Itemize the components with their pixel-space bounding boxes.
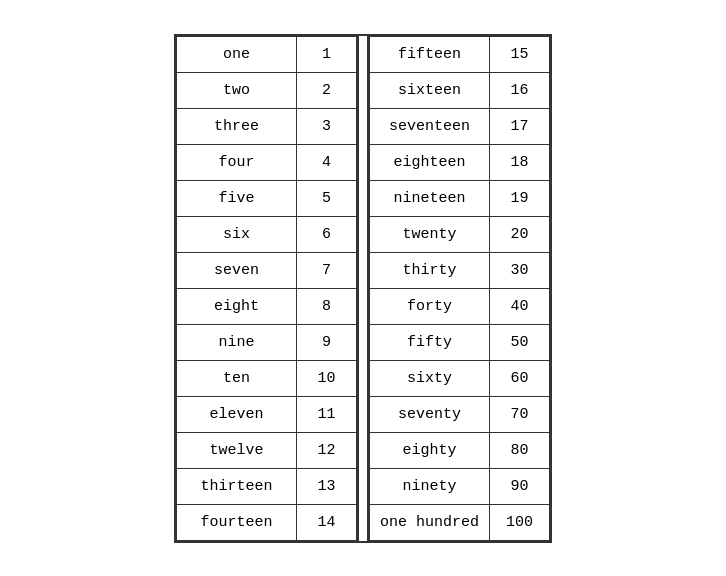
word-cell: thirteen: [176, 468, 296, 504]
word-cell: twenty: [369, 216, 489, 252]
table-row: eighty80: [369, 432, 549, 468]
word-cell: eleven: [176, 396, 296, 432]
number-cell: 20: [490, 216, 550, 252]
table-row: ninety90: [369, 468, 549, 504]
table-row: five5: [176, 180, 356, 216]
word-cell: one hundred: [369, 504, 489, 540]
word-cell: sixteen: [369, 72, 489, 108]
word-cell: fifteen: [369, 36, 489, 72]
number-cell: 2: [296, 72, 356, 108]
table-row: seven7: [176, 252, 356, 288]
number-cell: 14: [296, 504, 356, 540]
word-cell: nineteen: [369, 180, 489, 216]
word-cell: seventy: [369, 396, 489, 432]
number-cell: 60: [490, 360, 550, 396]
number-cell: 19: [490, 180, 550, 216]
word-cell: fifty: [369, 324, 489, 360]
table-row: four4: [176, 144, 356, 180]
table-row: fifty50: [369, 324, 549, 360]
word-cell: five: [176, 180, 296, 216]
word-cell: seven: [176, 252, 296, 288]
word-cell: thirty: [369, 252, 489, 288]
table-row: nineteen19: [369, 180, 549, 216]
number-cell: 7: [296, 252, 356, 288]
number-cell: 5: [296, 180, 356, 216]
table-row: three3: [176, 108, 356, 144]
table-row: sixteen16: [369, 72, 549, 108]
number-cell: 17: [490, 108, 550, 144]
table-row: seventy70: [369, 396, 549, 432]
table-row: nine9: [176, 324, 356, 360]
number-cell: 13: [296, 468, 356, 504]
word-cell: twelve: [176, 432, 296, 468]
table-row: fourteen14: [176, 504, 356, 540]
table-row: sixty60: [369, 360, 549, 396]
table-row: one hundred100: [369, 504, 549, 540]
word-cell: two: [176, 72, 296, 108]
table-row: twenty20: [369, 216, 549, 252]
table-row: seventeen17: [369, 108, 549, 144]
number-cell: 3: [296, 108, 356, 144]
word-cell: eighty: [369, 432, 489, 468]
number-cell: 18: [490, 144, 550, 180]
number-cell: 9: [296, 324, 356, 360]
number-cell: 10: [296, 360, 356, 396]
number-cell: 100: [490, 504, 550, 540]
word-cell: seventeen: [369, 108, 489, 144]
number-cell: 30: [490, 252, 550, 288]
word-cell: eighteen: [369, 144, 489, 180]
right-table: fifteen15sixteen16seventeen17eighteen18n…: [369, 36, 550, 541]
table-row: twelve12: [176, 432, 356, 468]
word-cell: nine: [176, 324, 296, 360]
table-row: six6: [176, 216, 356, 252]
number-cell: 6: [296, 216, 356, 252]
word-cell: six: [176, 216, 296, 252]
number-cell: 70: [490, 396, 550, 432]
table-row: eighteen18: [369, 144, 549, 180]
word-cell: four: [176, 144, 296, 180]
word-cell: fourteen: [176, 504, 296, 540]
word-cell: forty: [369, 288, 489, 324]
number-cell: 11: [296, 396, 356, 432]
word-cell: eight: [176, 288, 296, 324]
table-spacer: [357, 36, 369, 541]
word-cell: ninety: [369, 468, 489, 504]
table-row: eight8: [176, 288, 356, 324]
table-row: fifteen15: [369, 36, 549, 72]
number-cell: 80: [490, 432, 550, 468]
number-cell: 16: [490, 72, 550, 108]
number-cell: 50: [490, 324, 550, 360]
word-cell: one: [176, 36, 296, 72]
table-row: forty40: [369, 288, 549, 324]
word-cell: sixty: [369, 360, 489, 396]
left-table: one1two2three3four4five5six6seven7eight8…: [176, 36, 357, 541]
table-row: thirteen13: [176, 468, 356, 504]
number-cell: 12: [296, 432, 356, 468]
table-row: ten10: [176, 360, 356, 396]
word-cell: ten: [176, 360, 296, 396]
table-row: two2: [176, 72, 356, 108]
word-cell: three: [176, 108, 296, 144]
main-container: one1two2three3four4five5six6seven7eight8…: [174, 34, 552, 543]
number-cell: 1: [296, 36, 356, 72]
number-cell: 40: [490, 288, 550, 324]
number-cell: 8: [296, 288, 356, 324]
table-row: one1: [176, 36, 356, 72]
table-row: eleven11: [176, 396, 356, 432]
number-cell: 15: [490, 36, 550, 72]
table-row: thirty30: [369, 252, 549, 288]
number-cell: 4: [296, 144, 356, 180]
number-cell: 90: [490, 468, 550, 504]
